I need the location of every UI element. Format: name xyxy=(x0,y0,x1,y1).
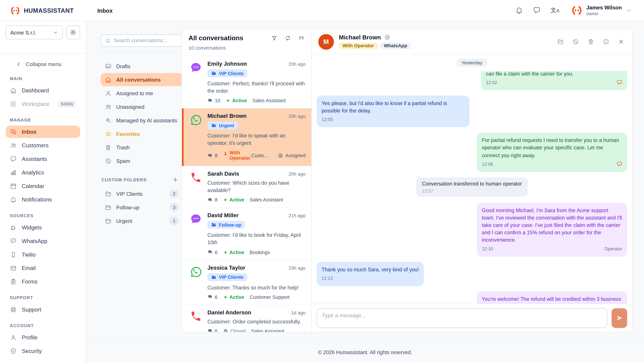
search-icon xyxy=(105,37,111,44)
sidebar-item-inbox[interactable]: Inbox xyxy=(6,125,80,138)
assistant-message-bubble: can file a claim with the carrier for yo… xyxy=(481,71,627,90)
folder-item-drafts[interactable]: Drafts xyxy=(100,59,183,72)
clipped-message-wrapper: can file a claim with the carrier for yo… xyxy=(481,71,627,90)
close-icon[interactable] xyxy=(618,38,625,45)
divider xyxy=(0,53,86,54)
delete-trash-icon[interactable] xyxy=(587,38,594,45)
soon-badge: SOON xyxy=(58,100,76,107)
comment-note-icon[interactable] xyxy=(616,79,623,85)
user-role: owner xyxy=(586,11,622,16)
language-translate-icon[interactable]: 文A xyxy=(550,7,560,13)
folder-item-assigned-to-me[interactable]: Assigned to me xyxy=(100,87,183,100)
message-time: 12:02 xyxy=(486,80,497,86)
folder-badge: VIP Clients xyxy=(208,273,247,281)
org-settings-button[interactable] xyxy=(66,25,80,39)
whatsapp-icon xyxy=(189,113,203,127)
chat-header: M Michael Brown With Operator WhatsApp xyxy=(312,29,632,55)
custom-folders-label: CUSTOM FOLDERS xyxy=(102,177,147,182)
date-separator: Yesterday xyxy=(456,59,488,67)
sidebar-item-organizations[interactable]: Organizations xyxy=(6,358,80,362)
collapse-menu-button[interactable]: Collapse menu xyxy=(12,59,74,68)
send-button[interactable] xyxy=(612,308,627,328)
chevron-down-icon xyxy=(626,7,632,13)
folder-badge: Urgent xyxy=(208,122,238,130)
phone-icon xyxy=(190,311,202,322)
app-window: HUMASSISTANT Inbox 文A James Wilson owner… xyxy=(0,0,644,362)
sidebar-item-widgets[interactable]: Widgets xyxy=(6,221,80,233)
folder-item-unassigned[interactable]: Unassigned xyxy=(100,100,183,113)
comment-note-icon[interactable] xyxy=(616,161,623,167)
conversation-row-michael-brown[interactable]: Michael Brown20h ago Urgent Customer: I'… xyxy=(182,108,311,166)
footer: © 2026 Humassistant. All rights reserved… xyxy=(86,341,644,362)
user-icon xyxy=(10,334,17,341)
filter-funnel-icon[interactable] xyxy=(271,35,278,41)
organization-select[interactable]: Acme S.r.l. xyxy=(6,25,63,39)
sidebar-item-profile[interactable]: Profile xyxy=(6,331,80,344)
folders-panel: Drafts All conversations Assigned to me … xyxy=(100,34,183,228)
move-to-folder-icon[interactable] xyxy=(557,38,564,45)
folder-icon xyxy=(211,123,216,128)
sidebar-item-workspace[interactable]: Workspace SOON xyxy=(6,98,80,110)
sidebar-item-assistants[interactable]: Assistants xyxy=(6,153,80,165)
sidebar-item-analytics[interactable]: Analytics xyxy=(6,166,80,178)
conversation-list: All conversations 10 conversations Emily… xyxy=(182,29,312,332)
assistant-message-bubble: For partial refund requests I need to tr… xyxy=(477,133,627,172)
folder-item-spam[interactable]: Spam xyxy=(100,154,183,167)
conversation-row-jessica-taylor[interactable]: Jessica Taylor23h ago VIP Clients Custom… xyxy=(182,260,311,305)
info-icon[interactable] xyxy=(602,38,610,45)
users-icon xyxy=(105,103,112,110)
block-ban-icon[interactable] xyxy=(572,38,579,45)
folder-icon xyxy=(211,70,216,76)
message-thread[interactable]: Yesterday can file a claim with the carr… xyxy=(312,55,632,304)
brand-logo[interactable]: HUMASSISTANT xyxy=(0,5,86,15)
user-icon xyxy=(105,90,112,97)
folder-item-managed-by-ai[interactable]: Managed by AI assistants xyxy=(100,114,183,127)
calendar-icon xyxy=(10,183,17,190)
search-input[interactable] xyxy=(114,38,178,43)
sidebar: Acme S.r.l. Collapse menu MAIN Dashboard… xyxy=(0,21,86,362)
mobile-phone-icon xyxy=(10,251,17,258)
sort-icon[interactable] xyxy=(298,35,305,41)
sidebar-item-customers[interactable]: Customers xyxy=(6,139,80,151)
custom-folder-vip-clients[interactable]: VIP Clients 2 xyxy=(100,187,183,200)
folder-item-favorites[interactable]: Favorites xyxy=(100,127,183,140)
user-menu[interactable]: James Wilson owner xyxy=(572,5,632,16)
folder-icon xyxy=(211,274,216,280)
sidebar-item-security[interactable]: Security xyxy=(6,345,80,357)
system-event-time: 12:07 xyxy=(422,188,522,193)
message-count-icon xyxy=(208,197,213,203)
collapse-menu-label: Collapse menu xyxy=(26,61,62,67)
sidebar-item-forms[interactable]: Forms xyxy=(6,275,80,288)
operator-message-bubble: You're welcome! The refund will be credi… xyxy=(477,292,627,304)
view-contact-eye-icon[interactable] xyxy=(384,34,391,41)
puzzle-icon xyxy=(10,224,17,231)
sidebar-item-twilio[interactable]: Twilio xyxy=(6,248,80,261)
custom-folder-follow-up[interactable]: Follow-up 3 xyxy=(100,201,183,214)
folder-badge: Follow-up xyxy=(208,221,245,229)
conversation-row-david-miller[interactable]: David Miller21h ago Follow-up Customer: … xyxy=(182,208,311,260)
search-box[interactable] xyxy=(100,34,183,47)
sidebar-item-support[interactable]: Support xyxy=(6,303,80,316)
assigned-user-icon xyxy=(278,153,283,159)
conversation-row-sarah-davis[interactable]: Sarah Davis20h ago Customer: Which sizes… xyxy=(182,166,311,208)
building-icon xyxy=(10,361,17,362)
add-folder-plus-icon[interactable] xyxy=(172,176,178,183)
section-label-manage: MANAGE xyxy=(10,117,76,122)
notifications-bell-icon[interactable] xyxy=(515,6,524,14)
custom-folder-urgent[interactable]: Urgent 1 xyxy=(100,214,183,227)
sidebar-item-whatsapp[interactable]: WhatsApp xyxy=(6,235,80,247)
message-time: 12:12 xyxy=(322,276,333,282)
sidebar-item-calendar[interactable]: Calendar xyxy=(6,180,80,192)
sidebar-item-notifications[interactable]: Notifications xyxy=(6,193,80,205)
message-input[interactable] xyxy=(317,308,608,328)
conversation-row-emily-johnson[interactable]: Emily Johnson20h ago VIP Clients Custome… xyxy=(182,56,311,109)
conversation-row-daniel-anderson[interactable]: Daniel Anderson1d ago Customer: Order co… xyxy=(182,305,311,332)
feedback-chat-icon[interactable] xyxy=(533,6,541,14)
gear-icon xyxy=(70,29,77,36)
bell-icon xyxy=(10,196,17,203)
folder-item-all-conversations[interactable]: All conversations xyxy=(100,73,183,86)
folder-item-trash[interactable]: Trash xyxy=(100,141,183,154)
sidebar-item-email[interactable]: Email xyxy=(6,262,80,274)
sidebar-item-dashboard[interactable]: Dashboard xyxy=(6,84,80,96)
refresh-icon[interactable] xyxy=(284,35,291,41)
